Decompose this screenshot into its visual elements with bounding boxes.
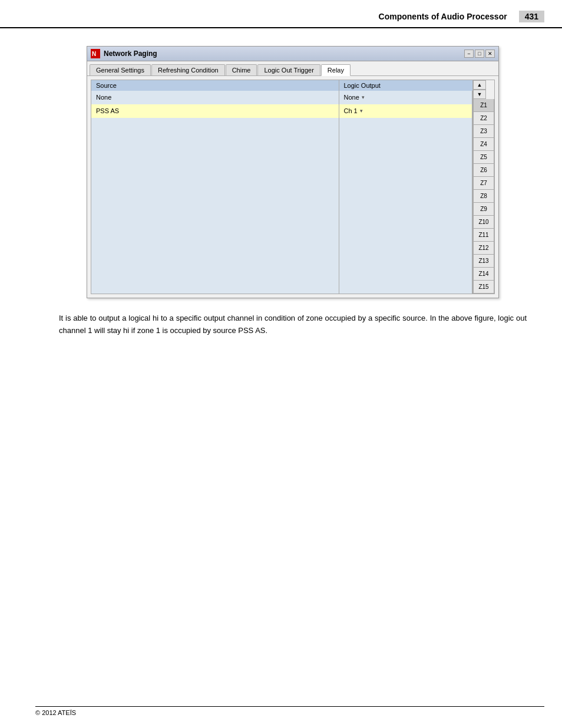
network-paging-window: N Network Paging − □ ✕ General Settings …: [87, 46, 499, 298]
zone-button-z4[interactable]: Z4: [473, 138, 494, 151]
description-text: It is able to output a logical hi to a s…: [59, 312, 527, 337]
svg-text:N: N: [92, 51, 96, 57]
table-row: None None ▾: [91, 91, 472, 104]
logic-output-value: Ch 1: [344, 107, 358, 114]
tab-chime[interactable]: Chime: [226, 64, 257, 75]
zone-button-z3[interactable]: Z3: [473, 125, 494, 138]
page-number: 431: [519, 11, 544, 22]
logic-output-cell: Ch 1 ▾: [339, 104, 472, 118]
relay-table: Source Logic Output None None ▾: [91, 80, 472, 294]
table-container: Source Logic Output None None ▾: [91, 80, 495, 294]
table-row: [91, 185, 472, 199]
copyright-text: © 2012 ATEÏS: [35, 709, 76, 716]
source-cell: PSS AS: [91, 104, 339, 118]
zone-button-z1[interactable]: Z1: [473, 99, 494, 112]
table-row: [91, 239, 472, 253]
table-row: [91, 145, 472, 159]
zone-button-z11[interactable]: Z11: [473, 229, 494, 242]
table-row: [91, 118, 472, 131]
window-title: Network Paging: [104, 50, 157, 58]
zone-button-z2[interactable]: Z2: [473, 112, 494, 125]
scroll-controls: ▲ ▼: [473, 80, 494, 99]
scroll-down-button[interactable]: ▼: [473, 90, 486, 99]
zone-button-z8[interactable]: Z8: [473, 190, 494, 203]
scroll-up-button[interactable]: ▲: [473, 80, 486, 90]
zone-button-z5[interactable]: Z5: [473, 151, 494, 164]
page-title: Components of Audio Processor: [379, 12, 507, 21]
source-cell: None: [91, 91, 339, 104]
window-controls: − □ ✕: [464, 50, 495, 58]
zone-button-z15[interactable]: Z15: [473, 281, 494, 294]
zone-button-z10[interactable]: Z10: [473, 216, 494, 229]
zone-button-z7[interactable]: Z7: [473, 177, 494, 190]
zone-button-z6[interactable]: Z6: [473, 164, 494, 177]
zone-sidebar: ▲ ▼ Z1 Z2 Z3 Z4 Z5 Z6 Z7 Z8 Z9 Z10 Z11 Z…: [472, 80, 494, 294]
source-column-header: Source: [91, 80, 339, 91]
table-row: [91, 266, 472, 280]
zone-button-z12[interactable]: Z12: [473, 242, 494, 255]
logic-output-value: None: [344, 94, 359, 101]
logic-output-cell: None ▾: [339, 91, 472, 104]
page-footer: © 2012 ATEÏS: [35, 706, 544, 716]
app-icon: N: [91, 49, 100, 58]
zone-button-z14[interactable]: Z14: [473, 268, 494, 281]
table-row: [91, 199, 472, 212]
table-row: [91, 131, 472, 145]
close-button[interactable]: ✕: [485, 50, 495, 58]
table-row: PSS AS Ch 1 ▾: [91, 104, 472, 118]
tab-general-settings[interactable]: General Settings: [90, 64, 151, 75]
window-titlebar: N Network Paging − □ ✕: [87, 47, 498, 61]
tab-refreshing-condition[interactable]: Refreshing Condition: [151, 64, 225, 75]
maximize-button[interactable]: □: [475, 50, 484, 58]
dropdown-arrow-icon[interactable]: ▾: [362, 94, 365, 100]
content-area: N Network Paging − □ ✕ General Settings …: [0, 28, 562, 355]
zone-button-z13[interactable]: Z13: [473, 255, 494, 268]
logic-output-column-header: Logic Output: [339, 80, 472, 91]
table-header: Source Logic Output: [91, 80, 472, 91]
tab-relay[interactable]: Relay: [321, 64, 351, 76]
tab-logic-out-trigger[interactable]: Logic Out Trigger: [257, 64, 320, 75]
zone-button-z9[interactable]: Z9: [473, 203, 494, 216]
tab-bar: General Settings Refreshing Condition Ch…: [87, 61, 498, 76]
table-row: [91, 159, 472, 172]
table-row: [91, 172, 472, 186]
table-row: [91, 226, 472, 239]
minimize-button[interactable]: −: [464, 50, 474, 58]
table-row: [91, 212, 472, 226]
table-row: [91, 280, 472, 294]
table-row: [91, 253, 472, 266]
page-header: Components of Audio Processor 431: [0, 0, 562, 28]
dropdown-arrow-icon[interactable]: ▾: [360, 108, 363, 114]
